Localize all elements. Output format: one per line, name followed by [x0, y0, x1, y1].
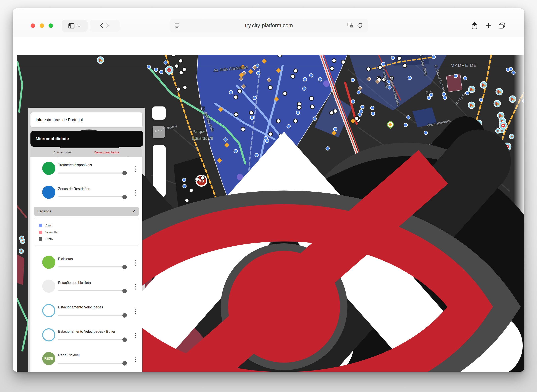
- slider-knob[interactable]: [122, 289, 127, 293]
- browser-toolbar: try.city-platform.com Ax: [13, 8, 524, 37]
- layers-panel: Infraestruturas de Portugal Micromobilid…: [28, 108, 145, 372]
- close-icon[interactable]: ✕: [132, 209, 135, 214]
- back-button[interactable]: [100, 23, 103, 29]
- layer-row-estacoes[interactable]: Estações de bicicleta: [30, 278, 142, 299]
- address-bar[interactable]: try.city-platform.com Ax: [170, 19, 368, 32]
- legend-box: Azul Vermelha Preta: [34, 218, 139, 246]
- layer-label: Bicicletas: [58, 257, 73, 261]
- layer-label: Zonas de Restrições: [58, 187, 90, 191]
- layer-label: Trotinetes disponíveis: [58, 163, 92, 167]
- zoom-window-button[interactable]: [49, 23, 53, 28]
- legend-item: Preta: [39, 236, 139, 242]
- bulk-actions-bar: Activar todos Desactivar todos: [30, 148, 142, 157]
- legend-item: Azul: [39, 222, 139, 229]
- layer-label: Estações de bicicleta: [58, 281, 91, 285]
- bike-station-icon: [42, 280, 55, 293]
- layer-row-rede-ciclavel[interactable]: REDE Rede Ciclavel: [30, 350, 142, 371]
- category-selector[interactable]: Infraestruturas de Portugal: [30, 112, 142, 127]
- deactivate-all-button[interactable]: Desactivar todos: [94, 151, 119, 154]
- bicycle-icon: [42, 256, 55, 269]
- reader-icon: [174, 23, 180, 28]
- layer-row-bicicletas[interactable]: Bicicletas: [30, 254, 142, 275]
- legend-item: Vermelha: [39, 229, 139, 236]
- layer-label: Estacionamento Velocípedes: [58, 305, 103, 309]
- opacity-slider[interactable]: [58, 315, 126, 316]
- forward-button[interactable]: [106, 23, 109, 29]
- slider-knob[interactable]: [122, 265, 127, 269]
- map-canvas[interactable]: 303050!!!Av. João CrisóstomoAv. Sidónio …: [17, 55, 524, 372]
- minimize-window-button[interactable]: [40, 23, 44, 28]
- new-tab-button[interactable]: [483, 20, 494, 31]
- legend-swatch-preta: [39, 237, 42, 241]
- layers-list: Trotinetes disponíveis Zonas de Restriçõ…: [30, 157, 142, 372]
- legend-header: Legenda ✕: [34, 207, 139, 216]
- slider-knob[interactable]: [122, 171, 127, 175]
- layers-icon: [42, 186, 55, 199]
- layer-row-zonas[interactable]: Zonas de Restrições: [30, 184, 142, 205]
- sidebar-toggle-button[interactable]: [62, 20, 88, 32]
- layer-menu-button[interactable]: [133, 354, 138, 364]
- layer-label: Rede Ciclavel: [58, 353, 80, 357]
- svg-text:R. Lopes: R. Lopes: [454, 92, 466, 106]
- legend-swatch-azul: [39, 224, 42, 227]
- layer-label: Estacionamento Velocípedes - Buffer: [58, 330, 115, 334]
- reload-icon[interactable]: [357, 23, 363, 28]
- layer-menu-button[interactable]: [133, 188, 138, 198]
- legend-swatch-vermelha: [39, 231, 42, 234]
- layer-menu-button[interactable]: [133, 282, 138, 292]
- rede-icon: REDE: [42, 352, 55, 365]
- svg-text:x: x: [351, 25, 352, 27]
- chevron-down-icon: [77, 25, 81, 27]
- url-text: try.city-platform.com: [245, 23, 293, 29]
- opacity-slider[interactable]: [58, 173, 126, 173]
- layer-menu-button[interactable]: [133, 164, 138, 174]
- opacity-slider[interactable]: [58, 196, 126, 197]
- layer-menu-button[interactable]: [133, 258, 138, 268]
- svg-text:A: A: [349, 23, 350, 26]
- opacity-slider[interactable]: [58, 290, 126, 291]
- slider-knob[interactable]: [122, 195, 127, 199]
- layer-row-trotinetes[interactable]: Trotinetes disponíveis: [30, 160, 142, 181]
- slider-knob[interactable]: [122, 361, 127, 365]
- translate-icon[interactable]: Ax: [347, 23, 354, 28]
- close-window-button[interactable]: [31, 23, 35, 28]
- layer-row-estacionamento-buffer[interactable]: e Estacionamento Velocípedes - Buffer: [30, 327, 142, 347]
- sidebar-icon: [69, 23, 75, 28]
- slider-knob[interactable]: [122, 337, 127, 342]
- opacity-slider[interactable]: [58, 266, 126, 267]
- layer-menu-button[interactable]: [133, 306, 138, 316]
- opacity-slider[interactable]: [58, 339, 126, 340]
- ebike-icon: e: [42, 304, 55, 317]
- svg-text:MADRE DE: MADRE DE: [451, 63, 477, 68]
- ebike-icon: e: [42, 328, 55, 341]
- share-button[interactable]: [469, 20, 480, 31]
- browser-window: try.city-platform.com Ax City as a Platf…: [13, 8, 524, 372]
- slider-knob[interactable]: [122, 313, 127, 317]
- opacity-slider[interactable]: [58, 363, 126, 364]
- group-header-micromobilidade[interactable]: Micromobilidade: [30, 131, 143, 147]
- tab-overview-button[interactable]: [496, 20, 508, 31]
- app-header: City as a Platform focusbc: [13, 37, 524, 55]
- layer-row-estacionamento[interactable]: e Estacionamento Velocípedes: [30, 303, 142, 323]
- scooter-icon: [42, 162, 55, 175]
- layer-menu-button[interactable]: [133, 330, 138, 341]
